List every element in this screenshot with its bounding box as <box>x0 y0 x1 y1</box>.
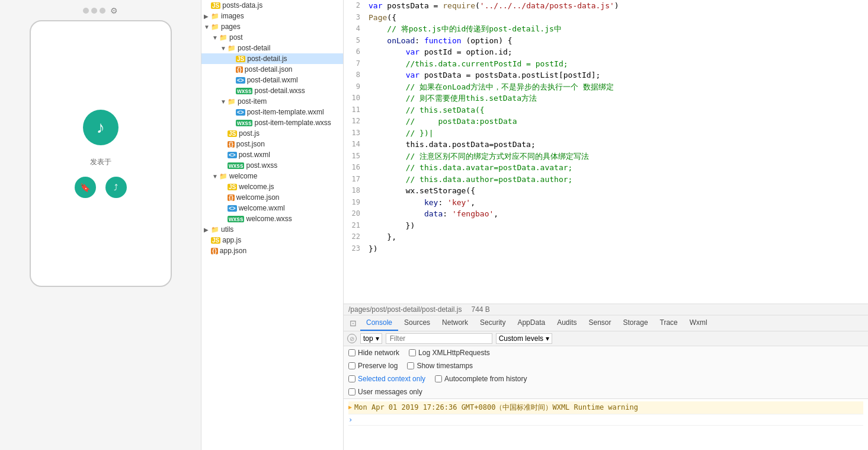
autocomplete-checkbox[interactable] <box>435 375 442 382</box>
file-label-post-detail-wxml: post-detail.wxml <box>247 76 298 84</box>
tree-item-post-detail-wxss[interactable]: wxsspost-detail.wxss <box>201 85 343 96</box>
tree-item-post[interactable]: ▼📁post <box>201 32 343 43</box>
context-selector[interactable]: top ▾ <box>360 333 382 344</box>
line-number-6: 6 <box>344 46 367 57</box>
tree-item-post-wxss[interactable]: wxsspost.wxss <box>201 160 343 171</box>
js-icon: JS <box>228 130 237 137</box>
line-number-8: 8 <box>344 69 367 80</box>
file-label-welcome-wxss: welcome.wxss <box>246 215 292 223</box>
devtools-back-icon[interactable]: ⊡ <box>346 316 360 330</box>
no-entry-icon[interactable]: ⊘ <box>347 334 357 343</box>
tree-item-images[interactable]: ▶📁images <box>201 11 343 21</box>
phone-frame: ♪ 发表于 🔖 ⤴ <box>30 20 172 287</box>
log-xmlhttp-option[interactable]: Log XMLHttpRequests <box>409 349 490 357</box>
tree-item-welcome-wxml[interactable]: <>welcome.wxml <box>201 203 343 213</box>
devtool-tab-wxml[interactable]: Wxml <box>684 315 713 331</box>
file-label-post-detail-wxss: post-detail.wxss <box>254 87 305 95</box>
tree-item-post-item-template-wxml[interactable]: <>post-item-template.wxml <box>201 107 343 117</box>
tree-item-welcome-js[interactable]: JSwelcome.js <box>201 181 343 192</box>
devtool-tab-storage[interactable]: Storage <box>617 315 654 331</box>
line-content-10: // 则不需要使用this.setData方法 <box>367 92 868 104</box>
tree-item-post-detail[interactable]: ▼📁post-detail <box>201 43 343 53</box>
console-area: ⊘ top ▾ Custom levels ▾ Hide network <box>344 331 868 450</box>
json-icon: {} <box>236 66 243 73</box>
tree-item-pages[interactable]: ▼📁pages <box>201 21 343 32</box>
user-messages-checkbox[interactable] <box>348 388 355 395</box>
tree-item-welcome-json[interactable]: {}welcome.json <box>201 192 343 203</box>
file-tree-panel: JSposts-data.js▶📁images▼📁pages▼📁post▼📁po… <box>201 0 344 450</box>
app-logo: ♪ <box>83 110 118 145</box>
devtool-tab-audits[interactable]: Audits <box>551 315 582 331</box>
hide-network-option[interactable]: Hide network <box>348 349 399 357</box>
tree-item-post-json[interactable]: {}post.json <box>201 139 343 149</box>
show-timestamps-checkbox[interactable] <box>407 362 414 369</box>
line-number-23: 23 <box>344 243 367 254</box>
preserve-log-checkbox[interactable] <box>348 362 355 369</box>
line-number-3: 3 <box>344 12 367 23</box>
tree-item-post-wxml[interactable]: <>post.wxml <box>201 149 343 160</box>
selected-context-option[interactable]: Selected context only <box>348 375 425 383</box>
file-label-post-detail-json: post-detail.json <box>245 65 293 74</box>
user-messages-option[interactable]: User messages only <box>348 388 422 396</box>
file-path: /pages/post/post-detail/post-detail.js <box>348 305 462 314</box>
file-label-images: images <box>221 12 244 20</box>
line-number-7: 7 <box>344 58 367 69</box>
line-content-12: // postData:postData <box>367 116 868 127</box>
devtool-tab-sensor[interactable]: Sensor <box>583 315 617 331</box>
console-messages[interactable]: ▶ Mon Apr 01 2019 17:26:36 GMT+0800（中国标准… <box>344 399 868 450</box>
tree-item-posts-data[interactable]: JSposts-data.js <box>201 0 343 11</box>
context-value: top <box>363 334 373 343</box>
tree-item-post-item-template-wxss[interactable]: wxsspost-item-template.wxss <box>201 117 343 128</box>
hide-network-checkbox[interactable] <box>348 349 355 356</box>
tree-item-post-detail-wxml[interactable]: <>post-detail.wxml <box>201 75 343 85</box>
tree-item-app-js[interactable]: JSapp.js <box>201 235 343 245</box>
code-line-23: 23}) <box>344 243 868 255</box>
user-messages-label: User messages only <box>358 388 422 396</box>
folder-icon: 📁 <box>219 34 228 41</box>
bookmark-button[interactable]: 🔖 <box>75 177 96 198</box>
devtool-tab-network[interactable]: Network <box>436 315 474 331</box>
code-editor[interactable]: 2var postsData = require('../../../data/… <box>344 0 868 304</box>
tree-item-post-detail-json[interactable]: {}post-detail.json <box>201 64 343 75</box>
show-timestamps-option[interactable]: Show timestamps <box>407 362 473 370</box>
file-label-posts-data: posts-data.js <box>222 1 262 9</box>
simulator-toolbar: ⚙ <box>83 6 118 15</box>
filter-input[interactable] <box>386 333 492 344</box>
selected-context-checkbox[interactable] <box>348 375 355 382</box>
tree-item-post-js[interactable]: JSpost.js <box>201 128 343 139</box>
file-label-welcome-json: welcome.json <box>236 193 280 202</box>
tree-item-welcome[interactable]: ▼📁welcome <box>201 171 343 181</box>
tree-item-app-json[interactable]: {}app.json <box>201 245 343 256</box>
file-label-post-detail-js: post-detail.js <box>247 55 287 63</box>
tree-item-post-detail-js[interactable]: JSpost-detail.js <box>201 53 343 64</box>
autocomplete-option[interactable]: Autocomplete from history <box>435 375 527 383</box>
dot-2 <box>91 8 97 14</box>
devtool-tab-appdata[interactable]: AppData <box>511 315 551 331</box>
custom-levels-label: Custom levels <box>499 334 543 343</box>
code-line-14: 14 this.data.postData=postData; <box>344 139 868 151</box>
tree-item-welcome-wxss[interactable]: wxsswelcome.wxss <box>201 213 343 224</box>
selected-context-label: Selected context only <box>358 375 425 383</box>
devtool-tab-trace[interactable]: Trace <box>654 315 684 331</box>
share-button[interactable]: ⤴ <box>105 177 127 198</box>
json-icon: {} <box>211 248 218 254</box>
code-line-3: 3Page({ <box>344 12 868 24</box>
log-xmlhttp-checkbox[interactable] <box>409 349 416 356</box>
folder-icon: 📁 <box>228 98 236 105</box>
devtool-tab-sources[interactable]: Sources <box>398 315 436 331</box>
code-line-19: 19 key: 'key', <box>344 197 868 209</box>
gear-icon[interactable]: ⚙ <box>110 6 118 15</box>
devtool-tab-console[interactable]: Console <box>360 315 398 331</box>
tree-item-post-item[interactable]: ▼📁post-item <box>201 96 343 107</box>
console-message-arrow[interactable]: › <box>348 414 863 426</box>
devtool-tab-security[interactable]: Security <box>474 315 511 331</box>
tree-item-utils[interactable]: ▶📁utils <box>201 224 343 235</box>
dot-3 <box>100 8 105 14</box>
custom-levels-selector[interactable]: Custom levels ▾ <box>496 333 552 344</box>
code-line-17: 17 // this.data.author=postData.author; <box>344 174 868 186</box>
wxss-icon: wxss <box>236 88 252 94</box>
code-line-12: 12 // postData:postData <box>344 116 868 127</box>
preserve-log-option[interactable]: Preserve log <box>348 362 398 370</box>
logo-symbol: ♪ <box>97 118 105 137</box>
code-line-22: 22 }, <box>344 231 868 243</box>
